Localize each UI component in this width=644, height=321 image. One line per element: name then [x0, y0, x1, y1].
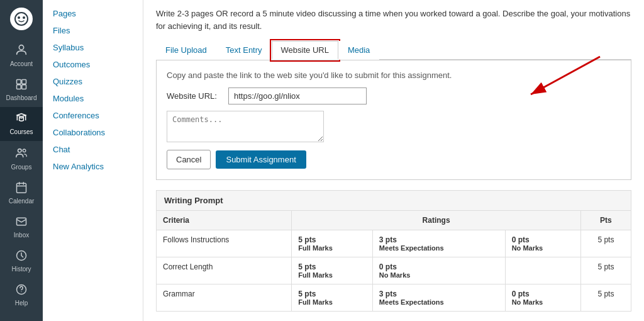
svg-rect-7: [22, 85, 26, 89]
calendar-label: Calendar: [9, 198, 35, 205]
rating-cell: 0 ptsNo Marks: [372, 257, 505, 284]
tab-media[interactable]: Media: [338, 41, 379, 60]
svg-point-1: [18, 16, 20, 19]
rating-cell: 3 ptsMeets Expectations: [372, 284, 505, 312]
table-row: Follows Instructions5 ptsFull Marks3 pts…: [157, 230, 631, 257]
criteria-cell: Follows Instructions: [157, 230, 292, 257]
submit-box: Copy and paste the link to the web site …: [156, 60, 631, 180]
submit-box-description: Copy and paste the link to the web site …: [167, 70, 621, 80]
calendar-icon: [15, 181, 28, 196]
svg-rect-4: [17, 80, 21, 84]
subnav-new-analytics[interactable]: New Analytics: [43, 158, 143, 175]
submission-tabs: File Upload Text Entry Website URL Media: [156, 41, 631, 60]
help-label: Help: [15, 300, 28, 307]
comments-textarea[interactable]: [167, 111, 324, 142]
url-row: Website URL:: [167, 87, 621, 104]
subnav-pages[interactable]: Pages: [43, 5, 143, 22]
dashboard-label: Dashboard: [6, 94, 37, 102]
account-icon: [14, 43, 28, 59]
svg-point-0: [15, 13, 28, 25]
dashboard-icon: [15, 78, 28, 93]
rating-cell: 5 ptsFull Marks: [292, 257, 373, 284]
sidebar-item-help[interactable]: Help: [0, 278, 43, 312]
inbox-icon: [15, 215, 28, 230]
sidebar-item-groups[interactable]: Groups: [0, 141, 43, 176]
rating-cell: 5 ptsFull Marks: [292, 230, 373, 257]
svg-point-14: [21, 291, 21, 292]
history-icon: [15, 249, 28, 264]
url-label: Website URL:: [167, 91, 223, 101]
rubric-title: Writing Prompt: [156, 190, 631, 210]
subnav-modules[interactable]: Modules: [43, 90, 143, 107]
subnav-files[interactable]: Files: [43, 22, 143, 39]
col-pts: Pts: [580, 211, 631, 230]
inbox-label: Inbox: [14, 232, 29, 239]
subnav-outcomes[interactable]: Outcomes: [43, 56, 143, 73]
subnav-quizzes[interactable]: Quizzes: [43, 73, 143, 90]
criteria-cell: Grammar: [157, 284, 292, 312]
subnav-syllabus[interactable]: Syllabus: [43, 39, 143, 56]
table-row: Grammar5 ptsFull Marks3 ptsMeets Expecta…: [157, 284, 631, 312]
groups-icon: [14, 146, 28, 162]
svg-point-8: [18, 149, 22, 153]
svg-point-2: [23, 16, 25, 19]
logo-icon: [10, 8, 33, 30]
sidebar: Account Dashboard Courses: [0, 0, 43, 321]
subnav-chat[interactable]: Chat: [43, 141, 143, 158]
button-row: Cancel Submit Assignment: [167, 150, 621, 169]
subnav-conferences[interactable]: Conferences: [43, 107, 143, 124]
rating-cell: 3 ptsMeets Expectations: [372, 230, 505, 257]
courses-icon: [15, 112, 28, 127]
subnav: Pages Files Syllabus Outcomes Quizzes Mo…: [43, 0, 143, 321]
sidebar-item-calendar[interactable]: Calendar: [0, 176, 43, 210]
sidebar-item-dashboard[interactable]: Dashboard: [0, 73, 43, 107]
sidebar-item-inbox[interactable]: Inbox: [0, 210, 43, 244]
col-ratings: Ratings: [292, 211, 580, 230]
courses-label: Courses: [9, 128, 33, 136]
pts-cell: 5 pts: [580, 284, 631, 312]
sidebar-item-account[interactable]: Account: [0, 38, 43, 73]
rating-cell: 0 ptsNo Marks: [505, 284, 580, 312]
tab-text-entry[interactable]: Text Entry: [216, 41, 272, 60]
col-criteria: Criteria: [157, 211, 292, 230]
svg-point-9: [23, 149, 26, 152]
sidebar-logo: [0, 0, 43, 38]
rubric-section: Writing Prompt Criteria Ratings Pts Foll…: [156, 190, 631, 312]
cancel-button[interactable]: Cancel: [167, 150, 211, 169]
main-content: Write 2-3 pages OR record a 5 minute vid…: [143, 0, 644, 321]
svg-point-3: [19, 45, 23, 50]
tab-website-url[interactable]: Website URL: [272, 41, 338, 60]
sidebar-item-courses[interactable]: Courses: [0, 107, 43, 141]
sidebar-item-history[interactable]: History: [0, 244, 43, 278]
table-row: Correct Length5 ptsFull Marks0 ptsNo Mar…: [157, 257, 631, 284]
pts-cell: 5 pts: [580, 257, 631, 284]
criteria-cell: Correct Length: [157, 257, 292, 284]
history-label: History: [11, 266, 31, 273]
rating-cell: 5 ptsFull Marks: [292, 284, 373, 312]
rating-cell: 0 ptsNo Marks: [505, 230, 580, 257]
help-icon: [15, 283, 28, 298]
tab-file-upload[interactable]: File Upload: [156, 41, 216, 60]
url-input[interactable]: [228, 87, 367, 104]
account-label: Account: [10, 60, 33, 68]
rating-cell: [505, 257, 580, 284]
subnav-collaborations[interactable]: Collaborations: [43, 124, 143, 141]
submit-assignment-button[interactable]: Submit Assignment: [216, 150, 306, 169]
svg-rect-6: [17, 85, 21, 89]
svg-rect-5: [22, 80, 26, 84]
pts-cell: 5 pts: [580, 230, 631, 257]
groups-label: Groups: [11, 164, 32, 171]
rubric-table: Criteria Ratings Pts Follows Instruction…: [156, 210, 631, 312]
svg-rect-10: [17, 183, 26, 193]
assignment-description: Write 2-3 pages OR record a 5 minute vid…: [156, 8, 631, 32]
